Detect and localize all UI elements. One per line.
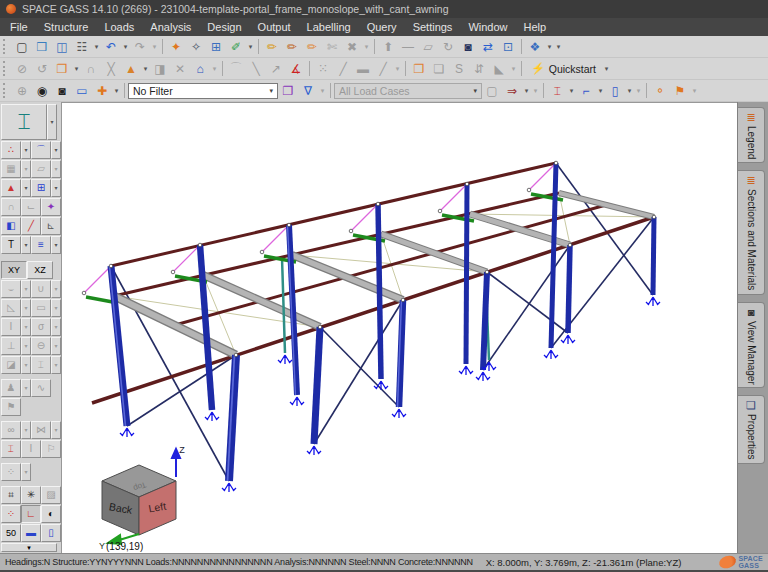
- panel-scale-50[interactable]: 50: [1, 524, 21, 542]
- panel-text-tool-icon[interactable]: T: [1, 236, 21, 254]
- menu-structure[interactable]: Structure: [36, 20, 97, 34]
- panel-plane-xz[interactable]: XZ: [27, 261, 53, 279]
- panel-dropdown-arrow: ▾: [21, 421, 31, 439]
- dropdown-arrow[interactable]: ▾: [567, 82, 576, 100]
- panel-dropdown-arrow[interactable]: ▾: [51, 141, 61, 159]
- tab-view-manager[interactable]: ◙View Manager: [738, 302, 765, 389]
- panel-angle-icon[interactable]: ⊾: [41, 217, 61, 235]
- tab-properties[interactable]: ❏Properties: [738, 395, 765, 464]
- cursor-coordinates: X: 8.000m, Y: 3.769m, Z: -21.361m (Plane…: [486, 557, 682, 568]
- dropdown-arrow[interactable]: ▾: [72, 60, 81, 78]
- library-icon[interactable]: ⌂: [190, 60, 210, 78]
- dropdown-arrow[interactable]: ▾: [596, 82, 605, 100]
- select-wand-icon[interactable]: ✧: [186, 38, 206, 56]
- panel-member-red-icon[interactable]: ╱: [21, 217, 41, 235]
- new-icon[interactable]: ▢: [12, 38, 32, 56]
- filter-combo[interactable]: No Filter▾: [128, 83, 278, 99]
- panel-contrast-icon[interactable]: ◐: [41, 505, 61, 523]
- tab-sections-and-materials[interactable]: ≣Sections and Materials: [738, 170, 765, 294]
- constraint-icon[interactable]: ∡: [286, 60, 306, 78]
- panel-panel-expand-icon[interactable]: ▾: [1, 543, 57, 552]
- plate-display-icon[interactable]: ▯: [605, 82, 625, 100]
- extrude-icon[interactable]: ▲: [121, 60, 141, 78]
- snapshot-icon[interactable]: ◙: [52, 82, 72, 100]
- menu-loads[interactable]: Loads: [96, 20, 142, 34]
- datasheet-copy-icon[interactable]: ❐: [409, 60, 429, 78]
- undo-icon[interactable]: ↶: [101, 38, 121, 56]
- panel-dropdown-arrow[interactable]: ▾: [51, 236, 61, 254]
- menu-analysis[interactable]: Analysis: [142, 20, 199, 34]
- renumber-brush-icon[interactable]: ✐: [226, 38, 246, 56]
- dropdown-arrow[interactable]: ▾: [625, 82, 634, 100]
- tab-legend[interactable]: ≣Legend: [738, 107, 765, 163]
- dimension-icon[interactable]: ⊡: [498, 38, 518, 56]
- panel-node-dots-icon[interactable]: ⁘: [1, 505, 21, 523]
- draw-node-icon[interactable]: ✏: [262, 38, 282, 56]
- shift-view-icon[interactable]: ✚: [92, 82, 112, 100]
- menu-settings[interactable]: Settings: [405, 20, 461, 34]
- panel-plate-blue-icon[interactable]: ▯: [41, 524, 61, 542]
- panel-wireframe-icon[interactable]: ⌗: [1, 486, 21, 504]
- dropdown-arrow[interactable]: ▾: [92, 38, 101, 56]
- panel-two-node-icon[interactable]: ◧: [1, 217, 21, 235]
- dropdown-arrow[interactable]: ▾: [141, 60, 150, 78]
- panel-bar-blue-icon[interactable]: ▬: [21, 524, 41, 542]
- save-icon[interactable]: ◫: [52, 38, 72, 56]
- draw-member-icon[interactable]: ✏: [282, 38, 302, 56]
- open-icon[interactable]: ❒: [32, 38, 52, 56]
- panel-dropdown-arrow[interactable]: ▾: [21, 236, 31, 254]
- draw-plate-icon[interactable]: ✏: [302, 38, 322, 56]
- panel-section-shape-icon[interactable]: ⌶: [1, 104, 47, 140]
- dropdown-arrow[interactable]: ▾: [246, 38, 255, 56]
- copy-properties-icon[interactable]: ❐: [52, 60, 72, 78]
- orientation-cube[interactable]: TopBackLeftZY: [99, 445, 185, 551]
- panel-dropdown-arrow[interactable]: ▾: [47, 104, 57, 140]
- quickstart-button[interactable]: ⚡Quickstart: [525, 60, 602, 78]
- panel-nodes-icon[interactable]: ∴: [1, 141, 21, 159]
- dropdown-arrow[interactable]: ▾: [522, 82, 531, 100]
- menu-output[interactable]: Output: [250, 20, 299, 34]
- panel-beam-red-icon[interactable]: ⌶: [1, 440, 21, 458]
- panel-dropdown-arrow[interactable]: ▾: [51, 179, 61, 197]
- node-tool-icon[interactable]: ⚬: [650, 82, 670, 100]
- column-display-icon[interactable]: ⌐: [576, 82, 596, 100]
- panel-axis-triad-icon[interactable]: ∟: [21, 505, 41, 523]
- menu-labelling[interactable]: Labelling: [299, 20, 359, 34]
- menu-window[interactable]: Window: [460, 20, 515, 34]
- dropdown-arrow[interactable]: ▾: [121, 38, 130, 56]
- snap-icon[interactable]: ⇄: [478, 38, 498, 56]
- panel-arc-member-icon[interactable]: ⌒: [31, 141, 51, 159]
- load-arrow-icon[interactable]: ⇒: [502, 82, 522, 100]
- structure-model: TopBackLeftZY: [62, 103, 736, 553]
- menu-help[interactable]: Help: [516, 20, 555, 34]
- panel-axes-star-icon[interactable]: ✳: [21, 486, 41, 504]
- dropdown-arrow[interactable]: ▾: [602, 60, 611, 78]
- panel-plane-xy[interactable]: XY: [1, 261, 27, 279]
- toolbar-grip: [3, 61, 9, 76]
- menu-file[interactable]: File: [2, 20, 36, 34]
- panel-node-marker-icon[interactable]: ✦: [41, 198, 61, 216]
- panel-supports-icon[interactable]: ▲: [1, 179, 21, 197]
- node-flag-icon[interactable]: ⚑: [670, 82, 690, 100]
- panel-dashes-icon[interactable]: ≡: [31, 236, 51, 254]
- transport-icon[interactable]: ❖: [525, 38, 545, 56]
- menu-design[interactable]: Design: [199, 20, 249, 34]
- panel-dropdown-arrow[interactable]: ▾: [21, 179, 31, 197]
- print-icon[interactable]: ☷: [72, 38, 92, 56]
- panel-stress-i-icon: I: [1, 318, 21, 336]
- dropdown-arrow[interactable]: ▾: [545, 38, 554, 56]
- panel-dropdown-arrow[interactable]: ▾: [21, 141, 31, 159]
- member-display-icon[interactable]: ⌶: [547, 82, 567, 100]
- find-icon[interactable]: ◉: [32, 82, 52, 100]
- magic-wand-icon[interactable]: ✦: [166, 38, 186, 56]
- filter-copy-icon[interactable]: ❐: [278, 82, 298, 100]
- erase-icon[interactable]: ◙: [458, 38, 478, 56]
- panel-mesh-icon[interactable]: ⊞: [31, 179, 51, 197]
- menu-query[interactable]: Query: [359, 20, 405, 34]
- datasheet-icon[interactable]: ⊞: [206, 38, 226, 56]
- dropdown-arrow[interactable]: ▾: [112, 82, 121, 100]
- dropdown-arrow[interactable]: ▾: [554, 38, 563, 56]
- filter-funnel-icon[interactable]: ∇: [298, 82, 318, 100]
- ruler-icon[interactable]: ▭: [72, 82, 92, 100]
- model-viewport[interactable]: TopBackLeftZY (139,19): [62, 102, 737, 553]
